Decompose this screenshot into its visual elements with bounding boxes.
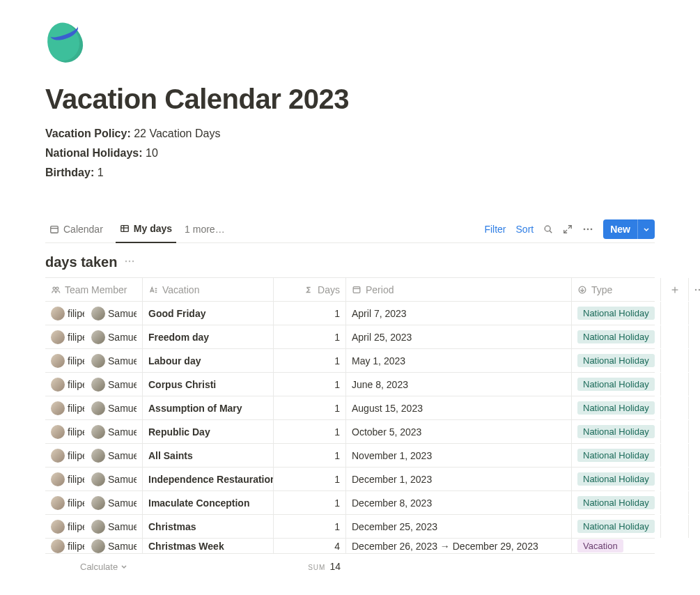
type-cell: National Holiday bbox=[572, 373, 661, 396]
vacation-cell[interactable]: Christmas bbox=[143, 515, 274, 538]
expand-icon[interactable] bbox=[563, 224, 573, 234]
member-chip: Samuel bbox=[91, 425, 137, 439]
avatar bbox=[51, 520, 65, 534]
tab-my-days[interactable]: My days bbox=[116, 215, 176, 243]
people-icon bbox=[51, 285, 61, 295]
period-cell: April 7, 2023 bbox=[346, 302, 572, 325]
table-row[interactable]: filipeSamuelImaculate Conception1Decembe… bbox=[45, 491, 655, 515]
holidays-value: 10 bbox=[146, 147, 158, 159]
table-footer: Calculate SUM 14 bbox=[45, 554, 655, 579]
period-cell: June 8, 2023 bbox=[346, 373, 572, 396]
table-row[interactable]: filipeSamuelCorpus Christi1June 8, 2023N… bbox=[45, 373, 655, 396]
period-cell: December 8, 2023 bbox=[346, 491, 572, 514]
chevron-down-icon[interactable] bbox=[637, 219, 655, 239]
table-row[interactable]: filipeSamuelIndependence Restauration1De… bbox=[45, 468, 655, 491]
vacation-cell[interactable]: All Saints bbox=[143, 444, 274, 467]
holidays-line: National Holidays: 10 bbox=[45, 147, 655, 160]
group-title: days taken bbox=[45, 254, 117, 270]
table-row[interactable]: filipeSamuelGood Friday1April 7, 2023Nat… bbox=[45, 302, 655, 325]
holidays-label: National Holidays: bbox=[45, 147, 143, 159]
vacation-cell[interactable]: Labour day bbox=[143, 349, 274, 372]
search-icon[interactable] bbox=[543, 224, 553, 234]
member-chip: Samuel bbox=[91, 449, 137, 463]
new-button[interactable]: New bbox=[603, 219, 655, 239]
policy-value: 22 Vacation Days bbox=[134, 128, 220, 139]
col-vacation[interactable]: Vacation bbox=[143, 278, 274, 301]
avatar bbox=[91, 307, 105, 320]
member-chip: Samuel bbox=[91, 539, 137, 553]
page-title: Vacation Calendar 2023 bbox=[45, 84, 655, 115]
ellipsis-icon bbox=[694, 284, 700, 295]
avatar bbox=[51, 425, 65, 439]
table-icon bbox=[120, 224, 130, 233]
col-days[interactable]: Days bbox=[274, 278, 346, 301]
type-cell: National Holiday bbox=[572, 468, 661, 490]
table-row[interactable]: filipeSamuelRepublic Day1October 5, 2023… bbox=[45, 420, 655, 444]
col-type[interactable]: Type bbox=[572, 278, 661, 301]
days-cell: 1 bbox=[274, 396, 346, 419]
filter-button[interactable]: Filter bbox=[484, 224, 506, 235]
period-cell: April 25, 2023 bbox=[346, 325, 572, 348]
vacation-cell[interactable]: Independence Restauration bbox=[143, 468, 274, 490]
member-chip: filipe bbox=[51, 401, 84, 415]
avatar bbox=[51, 496, 65, 510]
type-cell: National Holiday bbox=[572, 491, 661, 514]
days-cell: 1 bbox=[274, 325, 346, 348]
period-cell: December 25, 2023 bbox=[346, 515, 572, 538]
avatar bbox=[91, 354, 105, 368]
add-column-button[interactable] bbox=[661, 278, 689, 301]
sum-label: SUM bbox=[308, 564, 325, 571]
table-more-button[interactable] bbox=[689, 278, 700, 301]
sort-button[interactable]: Sort bbox=[516, 224, 534, 235]
table-row[interactable]: filipeSamuelChristmas1December 25, 2023N… bbox=[45, 515, 655, 539]
avatar bbox=[51, 307, 65, 320]
avatar bbox=[51, 401, 65, 415]
col-team-member[interactable]: Team Member bbox=[45, 278, 143, 301]
avatar bbox=[51, 472, 65, 486]
table-row[interactable]: filipe Samuel Christmas Week 4 December … bbox=[45, 539, 655, 554]
col-period[interactable]: Period bbox=[346, 278, 572, 301]
avatar bbox=[91, 496, 105, 510]
page-emoji-icon[interactable] bbox=[45, 21, 95, 71]
member-chip: filipe bbox=[51, 520, 84, 534]
table-row[interactable]: filipeSamuelAssumption of Mary1August 15… bbox=[45, 396, 655, 420]
vacation-cell[interactable]: Good Friday bbox=[143, 302, 274, 325]
svg-point-5 bbox=[545, 226, 550, 231]
vacation-cell[interactable]: Christmas Week bbox=[143, 539, 274, 553]
vacation-cell[interactable]: Assumption of Mary bbox=[143, 396, 274, 419]
type-cell: National Holiday bbox=[572, 396, 661, 419]
table-row[interactable]: filipeSamuelFreedom day1April 25, 2023Na… bbox=[45, 325, 655, 349]
table-row[interactable]: filipeSamuelLabour day1May 1, 2023Nation… bbox=[45, 349, 655, 373]
period-cell: May 1, 2023 bbox=[346, 349, 572, 372]
member-chip: filipe bbox=[51, 539, 84, 553]
svg-rect-0 bbox=[51, 226, 59, 233]
vacation-cell[interactable]: Freedom day bbox=[143, 325, 274, 348]
sigma-icon bbox=[304, 285, 313, 295]
vacation-cell[interactable]: Imaculate Conception bbox=[143, 491, 274, 514]
svg-point-14 bbox=[132, 260, 134, 261]
svg-point-15 bbox=[53, 287, 56, 290]
member-chip: filipe bbox=[51, 449, 84, 463]
svg-point-10 bbox=[587, 228, 589, 230]
vacation-cell[interactable]: Corpus Christi bbox=[143, 373, 274, 396]
avatar bbox=[51, 539, 65, 553]
calculate-button[interactable]: Calculate bbox=[45, 562, 143, 572]
svg-point-22 bbox=[695, 288, 697, 290]
member-chip: filipe bbox=[51, 496, 84, 510]
table-row[interactable]: filipeSamuelAll Saints1November 1, 2023N… bbox=[45, 444, 655, 468]
avatar bbox=[91, 401, 105, 415]
tab-more[interactable]: 1 more… bbox=[185, 224, 225, 235]
chevron-down-icon bbox=[120, 563, 127, 570]
avatar bbox=[91, 539, 105, 553]
days-cell: 1 bbox=[274, 373, 346, 396]
avatar bbox=[51, 378, 65, 392]
calendar-icon bbox=[352, 285, 361, 295]
svg-point-12 bbox=[125, 260, 127, 261]
avatar bbox=[91, 330, 105, 344]
calendar-icon bbox=[49, 224, 59, 234]
svg-point-16 bbox=[56, 287, 59, 290]
vacation-cell[interactable]: Republic Day bbox=[143, 420, 274, 443]
tab-calendar[interactable]: Calendar bbox=[45, 215, 107, 243]
more-icon[interactable] bbox=[582, 224, 593, 235]
group-more-icon[interactable] bbox=[124, 256, 135, 270]
